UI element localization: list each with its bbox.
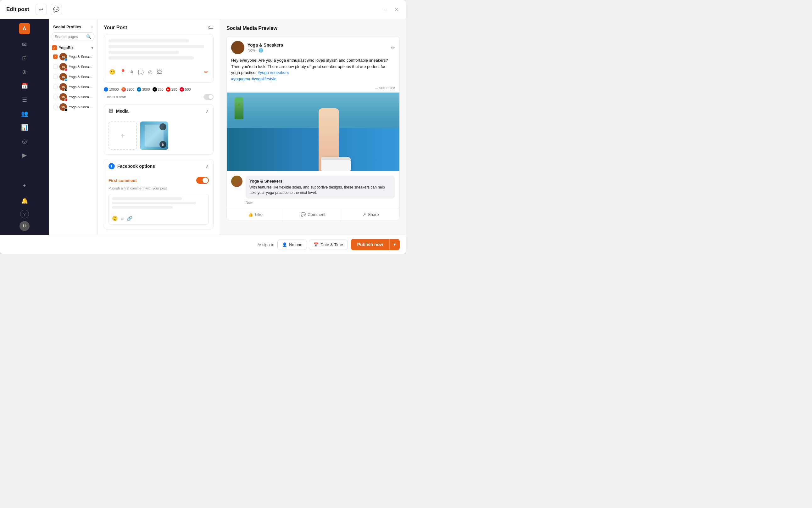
- account-checkbox-li[interactable]: [53, 75, 57, 79]
- publish-button-group: Publish now ▼: [351, 239, 400, 250]
- media-button[interactable]: ◎: [147, 68, 153, 76]
- emoji-button[interactable]: 🙂: [108, 68, 116, 76]
- inbox-icon[interactable]: ⊡: [18, 52, 31, 65]
- pi-char-count: P 500: [180, 87, 191, 92]
- tag-button[interactable]: 🏷: [208, 24, 213, 31]
- date-time-button[interactable]: 📅 Date & Time: [309, 240, 348, 250]
- location-button[interactable]: 📍: [119, 68, 127, 76]
- preview-edit-button[interactable]: ✏: [391, 45, 395, 51]
- redo-button[interactable]: 💬: [51, 4, 62, 15]
- media-thumbnail: ⋯ 🗑: [140, 122, 168, 150]
- bell-icon[interactable]: 🔔: [18, 195, 31, 207]
- post-text-area[interactable]: [108, 39, 209, 65]
- fb-platform-badge: f: [64, 58, 67, 61]
- search-input[interactable]: [55, 35, 84, 39]
- profiles-collapse-button[interactable]: ‹: [91, 24, 93, 29]
- minimize-button[interactable]: –: [383, 5, 388, 14]
- tw-platform-badge: ✕: [64, 88, 67, 91]
- account-name-tw: Yoga & Sneakers TW: [69, 85, 94, 89]
- preview-hashtags: #yoga #sneakers: [258, 70, 289, 75]
- add-icon[interactable]: +: [18, 179, 31, 192]
- list-item[interactable]: YS Yoga & Sneakers IG: [52, 62, 94, 72]
- account-checkbox-tk[interactable]: [53, 105, 57, 109]
- group-checkbox[interactable]: ✓: [52, 45, 57, 50]
- commenter-avatar: [231, 176, 242, 187]
- publish-dropdown-button[interactable]: ▼: [389, 239, 400, 250]
- facebook-options-chevron-icon: ∧: [206, 164, 209, 169]
- yt-platform-badge: ▶: [64, 98, 67, 101]
- list-item[interactable]: YS in Yoga & Sneakers LI: [52, 72, 94, 82]
- first-comment-input[interactable]: [112, 197, 205, 213]
- calendar-icon[interactable]: 📅: [18, 80, 31, 92]
- draft-toggle[interactable]: [203, 94, 213, 100]
- media-chevron-icon: ∧: [206, 109, 209, 114]
- media-section-header[interactable]: 🖼 Media ∧: [104, 104, 213, 118]
- media-add-button[interactable]: +: [108, 122, 137, 150]
- list-icon[interactable]: ☰: [18, 93, 31, 106]
- image-button[interactable]: 🖼: [156, 69, 162, 76]
- water-bottle: 🌿: [235, 97, 243, 119]
- video-icon[interactable]: ▶: [18, 149, 31, 162]
- x-char-count: ✕ 280: [152, 87, 163, 92]
- publish-now-button[interactable]: Publish now: [351, 239, 389, 250]
- media-delete-button[interactable]: 🗑: [159, 141, 166, 148]
- share-button[interactable]: ↗ Share: [342, 209, 399, 220]
- hashtag-button[interactable]: #: [130, 69, 134, 76]
- draft-label: This is a draft: [105, 95, 126, 99]
- preview-see-more[interactable]: ... see more: [227, 86, 399, 92]
- chart-icon[interactable]: 📊: [18, 121, 31, 134]
- account-checkbox-ig[interactable]: [53, 65, 57, 69]
- no-one-button[interactable]: 👤 No one: [277, 240, 307, 250]
- preview-account-name: Yoga & Sneakers: [247, 42, 388, 47]
- group-chevron-icon: ▼: [91, 46, 94, 50]
- send-icon[interactable]: ✉: [18, 38, 31, 51]
- first-comment-sublabel: Publish a first comment with your post: [108, 186, 209, 190]
- preview-globe-icon: 🌐: [258, 48, 263, 52]
- account-name-fb: Yoga & Sneakers FB: [69, 55, 94, 58]
- first-comment-toggle[interactable]: [196, 177, 209, 184]
- fb-char-count: f 10000: [104, 87, 119, 92]
- comment-link-button[interactable]: 🔗: [127, 216, 133, 221]
- account-checkbox-fb[interactable]: ✓: [53, 54, 57, 59]
- comment-emoji-button[interactable]: 🙂: [112, 216, 118, 221]
- comment-hashtag-button[interactable]: #: [121, 216, 124, 221]
- preview-avatar: [231, 41, 244, 54]
- preview-title: Social Media Preview: [227, 26, 400, 31]
- first-comment-label: First comment: [108, 178, 137, 183]
- close-button[interactable]: ×: [393, 5, 400, 14]
- media-icon: 🖼: [108, 108, 113, 114]
- calendar-icon: 📅: [314, 242, 319, 247]
- account-checkbox-yt[interactable]: [53, 95, 57, 99]
- variable-button[interactable]: {..}: [137, 69, 145, 76]
- comment-text: With features like flexible soles, and s…: [249, 185, 391, 196]
- preview-image: 🌿: [227, 92, 399, 171]
- users-icon[interactable]: 👥: [18, 107, 31, 120]
- assign-to-label: Assign to: [257, 242, 274, 247]
- undo-button[interactable]: ↩: [36, 4, 47, 15]
- list-item[interactable]: ✓ YS f Yoga & Sneakers FB: [52, 52, 94, 62]
- help-icon[interactable]: ?: [20, 210, 29, 218]
- facebook-options-header[interactable]: f Facebook options ∧: [104, 159, 213, 173]
- user-avatar[interactable]: U: [19, 221, 30, 231]
- person-icon: 👤: [282, 242, 287, 247]
- account-name-ig: Yoga & Sneakers IG: [69, 65, 94, 69]
- globe-icon[interactable]: ⊕: [18, 66, 31, 78]
- ig-platform-badge: [64, 68, 67, 71]
- list-item[interactable]: YS ✕ Yoga & Sneakers TW: [52, 82, 94, 92]
- comment-button[interactable]: 💬 Comment: [284, 209, 342, 220]
- ai-button[interactable]: ✏: [203, 68, 209, 76]
- li-platform-badge: in: [64, 78, 67, 81]
- modal-title: Edit post: [6, 6, 29, 12]
- yoga-shoe: [321, 157, 351, 171]
- media-options-button[interactable]: ⋯: [159, 123, 166, 130]
- account-group-yogabiz[interactable]: ✓ YogaBiz ▼: [52, 44, 94, 52]
- search-icon: 🔍: [86, 34, 91, 39]
- account-checkbox-tw[interactable]: [53, 85, 57, 89]
- list-item[interactable]: YS ♪ Yoga & Sneakers TK: [52, 102, 94, 112]
- comment-icon: 💬: [301, 212, 306, 217]
- account-name-li: Yoga & Sneakers LI: [69, 75, 94, 79]
- dashboard-icon[interactable]: ◎: [18, 135, 31, 147]
- app-logo: A: [19, 23, 30, 34]
- like-button[interactable]: 👍 Like: [227, 209, 284, 220]
- list-item[interactable]: YS ▶ Yoga & Sneakers YT: [52, 92, 94, 102]
